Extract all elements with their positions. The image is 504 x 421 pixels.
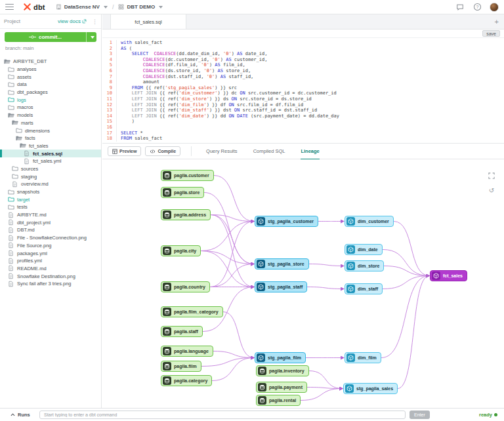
tree-item-file-snowflakeconnection-png[interactable]: File - SnowflakeConnection.png bbox=[0, 234, 101, 242]
lineage-node-stg_pagila_sales[interactable]: stg_pagila_sales bbox=[343, 383, 398, 394]
tree-item-target[interactable]: target bbox=[0, 195, 101, 203]
enter-button[interactable]: Enter bbox=[410, 411, 430, 419]
lineage-node-fct_sales[interactable]: fct_sales bbox=[430, 270, 467, 281]
lineage-node-stg_pagila_film[interactable]: stg_pagila_film bbox=[255, 352, 306, 363]
dbt-command-input[interactable] bbox=[39, 411, 406, 419]
lineage-node-pagila-category[interactable]: pagila.category bbox=[161, 375, 212, 386]
reset-view-icon[interactable]: ↺ bbox=[487, 186, 496, 195]
code-line[interactable]: 13 LEFT JOIN {{ ref('dim_staff') }} dst … bbox=[102, 108, 504, 113]
tree-item-assets[interactable]: assets bbox=[0, 73, 101, 81]
code-line[interactable]: 9 FROM {{ ref('stg_pagila_sales') }} src bbox=[102, 85, 504, 91]
lineage-node-pagila-staff[interactable]: pagila.staff bbox=[161, 326, 203, 337]
tree-item-fct-sales-yml[interactable]: fct_sales.yml bbox=[0, 157, 101, 165]
lineage-node-stg_pagila_customer[interactable]: stg_pagila_customer bbox=[255, 216, 318, 227]
commit-dropdown-button[interactable] bbox=[86, 32, 96, 42]
tree-item-tests[interactable]: tests bbox=[0, 203, 101, 211]
panel-tab-lineage[interactable]: Lineage bbox=[301, 144, 319, 160]
tree-item-analyses[interactable]: analyses bbox=[0, 66, 101, 73]
commit-button[interactable]: commit... bbox=[5, 32, 96, 42]
lineage-node-pagila-payment[interactable]: pagila.payment bbox=[256, 382, 307, 393]
tree-item-marts[interactable]: marts bbox=[0, 119, 101, 127]
new-tab-button[interactable]: + bbox=[495, 14, 499, 29]
tree-item-readme-md[interactable]: README.md bbox=[0, 265, 101, 273]
lineage-node-dim_film[interactable]: dim_film bbox=[345, 352, 381, 363]
code-line[interactable]: 10 LEFT JOIN {{ ref('dim_customer') }} d… bbox=[102, 90, 504, 96]
code-line[interactable]: 8 amount bbox=[102, 79, 504, 85]
code-line[interactable]: 3 SELECT COALESCE(dd.date_dim_id, '0') A… bbox=[102, 51, 504, 57]
lineage-node-pagila-address[interactable]: pagila.address bbox=[161, 209, 211, 220]
help-icon[interactable]: ? bbox=[472, 3, 482, 12]
user-avatar[interactable] bbox=[490, 3, 499, 12]
tree-item-snowflake-destination-png[interactable]: Snowflake Destination.png bbox=[0, 272, 101, 280]
code-line[interactable]: 1with sales_fact bbox=[102, 40, 504, 46]
tree-item-packages-yml[interactable]: packages.yml bbox=[0, 249, 101, 257]
tree-item-dbt-md[interactable]: DBT.md bbox=[0, 226, 101, 234]
lineage-node-pagila-country[interactable]: pagila.country bbox=[161, 281, 210, 292]
lineage-node-pagila-rental[interactable]: pagila.rental bbox=[256, 395, 301, 406]
lineage-node-pagila-film_category[interactable]: pagila.film_category bbox=[161, 306, 223, 317]
compile-button[interactable]: Compile bbox=[145, 146, 180, 156]
tree-item-dimensions[interactable]: dimensions bbox=[0, 127, 101, 134]
file-icon bbox=[8, 258, 14, 264]
panel-tab-query-results[interactable]: Query Results bbox=[206, 144, 238, 160]
lineage-node-dim_date[interactable]: dim_date bbox=[345, 244, 383, 255]
code-line[interactable]: 5 COALESCE(df.film_id, '0') AS film_id, bbox=[102, 62, 504, 68]
tree-item-fct-sales[interactable]: fct_sales bbox=[0, 142, 101, 150]
project-switcher[interactable]: DBT DEMO bbox=[118, 4, 163, 10]
code-line[interactable]: 4 COALESCE(dc.customer_id, '0') AS custo… bbox=[102, 57, 504, 63]
tree-item-models[interactable]: models bbox=[0, 111, 101, 119]
tree-item-facts[interactable]: facts bbox=[0, 134, 101, 142]
tree-item-overview-md[interactable]: overview.md bbox=[0, 180, 101, 188]
tab-fct-sales-sql[interactable]: fct_sales.sql bbox=[110, 14, 186, 29]
sql-editor[interactable]: 1with sales_fact2AS (3 SELECT COALESCE(d… bbox=[102, 38, 504, 143]
lineage-node-pagila-customer[interactable]: pagila.customer bbox=[161, 170, 214, 181]
lineage-canvas[interactable]: ↺ pagila.customerpagila.storepagila.addr… bbox=[102, 159, 504, 407]
lineage-node-stg_pagila_staff[interactable]: stg_pagila_staff bbox=[255, 281, 307, 292]
code-line[interactable]: 16 bbox=[102, 125, 504, 130]
runs-toggle[interactable]: Runs bbox=[0, 412, 39, 418]
tree-item-logs[interactable]: logs bbox=[0, 96, 101, 104]
code-line[interactable]: 2AS ( bbox=[102, 46, 504, 52]
lineage-node-pagila-store[interactable]: pagila.store bbox=[161, 187, 204, 198]
code-line[interactable]: 12 LEFT JOIN {{ ref('dim_film') }} df ON… bbox=[102, 102, 504, 108]
code-line[interactable]: 11 LEFT JOIN {{ ref('dim_store') }} ds O… bbox=[102, 96, 504, 102]
tree-item-label: models bbox=[17, 112, 33, 118]
lineage-node-stg_pagila_store[interactable]: stg_pagila_store bbox=[255, 258, 309, 270]
lineage-node-dim_store[interactable]: dim_store bbox=[345, 260, 384, 271]
tree-item-staging[interactable]: staging bbox=[0, 172, 101, 180]
code-line[interactable]: 15 ) bbox=[102, 119, 504, 125]
tree-item-dbt-project-yml[interactable]: dbt_project.yml bbox=[0, 218, 101, 226]
code-line[interactable]: 17SELECT * bbox=[102, 130, 504, 136]
lineage-node-pagila-city[interactable]: pagila.city bbox=[161, 245, 201, 256]
sidebar-menu-icon[interactable]: ⋮ bbox=[92, 20, 97, 23]
code-line[interactable]: 6 COALESCE(ds.store_id, '0') AS store_id… bbox=[102, 68, 504, 74]
code-line[interactable]: 14 LEFT JOIN {{ ref('dim_date') }} dd ON… bbox=[102, 113, 504, 119]
tree-item-fct-sales-sql[interactable]: fct_sales.sql bbox=[0, 150, 101, 157]
code-line[interactable]: 18FROM sales_fact bbox=[102, 136, 504, 142]
lineage-node-pagila-film[interactable]: pagila.film bbox=[161, 361, 201, 372]
preview-button[interactable]: Preview bbox=[108, 146, 141, 156]
tree-item-sources[interactable]: sources bbox=[0, 165, 101, 173]
account-switcher[interactable]: DataSense NV bbox=[56, 4, 108, 10]
hamburger-menu-icon[interactable] bbox=[5, 4, 14, 10]
view-docs-link[interactable]: view docs bbox=[58, 18, 87, 24]
tree-item-snapshots[interactable]: snapshots bbox=[0, 188, 101, 196]
lineage-node-pagila-inventory[interactable]: pagila.inventory bbox=[256, 365, 309, 376]
tree-item-sync-fail-after-3-tries-png[interactable]: Sync fail after 3 tries.png bbox=[0, 280, 101, 288]
lineage-node-dim_staff[interactable]: dim_staff bbox=[345, 283, 383, 294]
panel-tab-compiled-sql[interactable]: Compiled SQL bbox=[253, 144, 285, 160]
lineage-node-dim_customer[interactable]: dim_customer bbox=[345, 216, 394, 227]
fullscreen-icon[interactable] bbox=[487, 171, 496, 180]
tree-item-profiles-yml[interactable]: profiles.yml bbox=[0, 257, 101, 265]
tree-item-dbt-packages[interactable]: dbt_packages bbox=[0, 89, 101, 96]
dbt-logo-text: dbt bbox=[33, 3, 45, 11]
tree-item-airbyte-md[interactable]: AIRBYTE.md bbox=[0, 211, 101, 219]
lineage-node-pagila-language[interactable]: pagila.language bbox=[161, 346, 213, 357]
feedback-icon[interactable] bbox=[455, 3, 465, 12]
save-button[interactable]: save bbox=[482, 30, 500, 37]
tree-item-macros[interactable]: macros bbox=[0, 104, 101, 111]
tree-item-airbyte-dbt[interactable]: AIRBYTE_DBT bbox=[0, 58, 101, 66]
tree-item-data[interactable]: data bbox=[0, 81, 101, 89]
tree-item-file-source-png[interactable]: File Source.png bbox=[0, 242, 101, 250]
code-line[interactable]: 7 COALESCE(dst.staff_id, '0') AS staff_i… bbox=[102, 74, 504, 80]
